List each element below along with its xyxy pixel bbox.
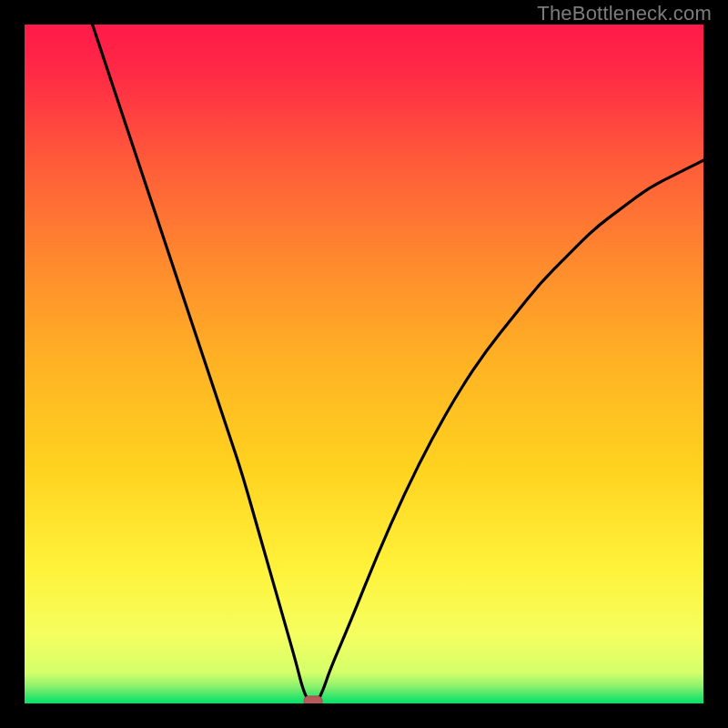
chart-frame: TheBottleneck.com — [0, 0, 728, 728]
watermark-text: TheBottleneck.com — [537, 2, 712, 25]
bottleneck-chart — [25, 25, 703, 703]
optimal-point-marker — [304, 696, 322, 703]
